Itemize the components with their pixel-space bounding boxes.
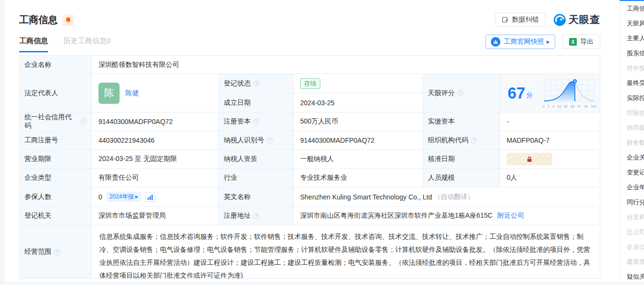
excel-icon: X (569, 38, 577, 46)
insured-label: 参保人数 (20, 187, 92, 207)
business-scope-label: 经营范围 (20, 225, 92, 278)
reg-number-label: 工商注册号 (20, 131, 92, 150)
approval-date-label: 核准日期 (423, 150, 500, 169)
score-label: 天眼评分 (423, 74, 500, 112)
reg-capital-label: 注册资本 (219, 112, 293, 131)
business-term-label: 营业期限 (20, 150, 92, 169)
sidebar-item: 总公司 (620, 224, 644, 239)
reg-status-label: 登记状态 (219, 74, 293, 93)
legal-rep-cell: 陈 陈健 (92, 74, 219, 112)
sidebar-item[interactable]: 股东信息 (620, 46, 644, 61)
business-scope-value: 信息系统集成服务；信息技术咨询服务；软件开发；软件销售；技术服务、技术开发、技术… (92, 225, 600, 278)
legal-rep-label: 法定代表人 (20, 74, 92, 112)
approval-date-cell (500, 150, 600, 169)
english-name-value: Shenzhen Kuling Smart Technology Co., Lt… (300, 193, 432, 201)
nearby-companies-link[interactable]: 附近公司 (498, 211, 524, 220)
org-code-label: 组织机构代码 (423, 131, 500, 150)
chevron-right-icon: ▶ (135, 195, 138, 199)
insured-trend-button[interactable] (146, 192, 155, 202)
info-tabs: 工商信息 历史工商信息0 (19, 37, 110, 52)
sidebar-item[interactable]: 企业年报 (620, 180, 644, 195)
page-bottom-gutter (0, 282, 644, 285)
tab-history-business-info[interactable]: 历史工商信息0 (63, 37, 110, 52)
sidebar-item: 财务数据 (620, 135, 644, 150)
insured-count: 0 (98, 193, 102, 201)
tianyancha-logo[interactable]: 天眼查 (553, 13, 600, 26)
company-name-value: 深圳酷领数智科技有限公司 (92, 56, 600, 74)
export-button[interactable]: X 导出 (562, 35, 600, 49)
business-info-table: 企业名称 深圳酷领数智科技有限公司 法定代表人 陈 陈健 登记状态 存续 天眼评… (19, 55, 600, 279)
data-correction-button[interactable]: 数据纠错 (495, 12, 546, 27)
sidebar-item[interactable]: 天眼风险 (620, 16, 644, 31)
taxpayer-quality-label: 纳税人资质 (219, 150, 293, 169)
sidebar-item: 对外投资 (620, 61, 644, 75)
sidebar-item[interactable]: 企业关系 (620, 150, 644, 165)
sidebar-item[interactable]: 最终受益人 (620, 75, 644, 90)
sidebar-item[interactable]: 变更记录 (620, 165, 644, 180)
status-badge: 存续 (300, 78, 320, 89)
org-code-value: MADFP0AQ-7 (500, 131, 600, 150)
auto-translate-note: （自动翻译） (434, 193, 474, 201)
help-icon[interactable] (267, 137, 273, 144)
establish-date-value: 2024-03-25 (293, 93, 423, 112)
reg-address-cell: 深圳市南山区粤海街道滨海社区深圳市软件产业基地1栋A座615C 附近公司 (293, 207, 600, 225)
paid-capital-label: 实缴资本 (423, 112, 500, 131)
bar-chart-icon (147, 194, 153, 200)
page-left-gutter (0, 0, 5, 285)
help-icon[interactable] (253, 119, 259, 125)
help-icon[interactable] (80, 119, 86, 125)
insured-cell: 0 2024年报▶ (92, 187, 219, 207)
reg-authority-value: 深圳市市场监督管理局 (92, 207, 219, 225)
chevron-right-icon: ▶ (547, 39, 550, 44)
score-cell[interactable]: 67分 0131550859799100 (500, 74, 600, 112)
help-icon[interactable] (253, 80, 259, 87)
industry-label: 行业 (219, 169, 293, 187)
company-type-value: 有限责任公司 (92, 169, 219, 187)
score-value: 67分 (508, 85, 533, 101)
credit-code-value: 91440300MADFP0AQ72 (92, 112, 219, 131)
legal-rep-link[interactable]: 陈健 (125, 89, 139, 98)
help-icon[interactable] (471, 137, 477, 144)
staff-size-value: 0人 (500, 169, 600, 187)
business-term-value: 2024-03-25 至 无固定期限 (92, 150, 219, 169)
score-axis-ticks: 0131550859799100 (542, 105, 597, 108)
sidebar-item[interactable]: 工商信息 (620, 1, 644, 16)
avatar[interactable]: 陈 (98, 83, 120, 104)
help-icon[interactable] (457, 90, 463, 96)
staff-size-label: 人员规模 (423, 169, 500, 187)
annual-report-badge[interactable]: 2024年报▶ (107, 192, 141, 202)
lock-icon (526, 156, 533, 162)
help-icon[interactable] (253, 213, 259, 219)
reg-address-label: 注册地址 (219, 207, 293, 225)
sidebar-item: 分支机构 (620, 210, 644, 224)
sidebar-item: 协同股东 (620, 120, 644, 135)
page-title: 工商信息 (19, 13, 58, 26)
establish-date-label: 成立日期 (219, 93, 293, 112)
taxpayer-id-label: 纳税人识别号 (219, 131, 293, 150)
sidebar-item[interactable]: 主要人员 (620, 31, 644, 46)
sidebar-item[interactable]: 同行分析 (620, 195, 644, 210)
english-name-label: 英文名称 (219, 187, 293, 207)
taxpayer-id-value: 91440300MADFP0AQ72 (293, 131, 423, 150)
sidebar-item: 控制企业 (620, 105, 644, 120)
reg-number-value: 440300221943046 (92, 131, 219, 150)
anchor-nav-sidebar: 工商信息 天眼风险 主要人员 股东信息 对外投资 最终受益人 实际控制人 (620, 0, 644, 285)
sidebar-item: 企业公示 (620, 239, 644, 254)
tianyancha-logo-icon (553, 13, 566, 26)
help-icon[interactable] (54, 249, 60, 255)
reg-status-cell: 存续 (293, 74, 423, 93)
bell-icon (65, 17, 72, 24)
paid-capital-value: - (500, 112, 600, 131)
edit-doc-icon (502, 16, 509, 23)
company-type-label: 企业类型 (20, 169, 92, 187)
sidebar-item[interactable]: 实际控制人 (620, 90, 644, 105)
sidebar-item: 建筑资质 (620, 254, 644, 269)
tab-business-info[interactable]: 工商信息 (19, 37, 48, 52)
taxpayer-quality-value: 一般纳税人 (293, 150, 423, 169)
locked-value[interactable] (507, 153, 552, 165)
reg-capital-value: 500万人民币 (293, 112, 423, 131)
reg-address-value: 深圳市南山区粤海街道滨海社区深圳市软件产业基地1栋A座615C (300, 211, 493, 220)
english-name-cell: Shenzhen Kuling Smart Technology Co., Lt… (293, 187, 600, 207)
official-snapshot-button[interactable]: 工商官网快照 ▶ (486, 35, 555, 49)
monitor-bell-button[interactable] (62, 14, 74, 26)
